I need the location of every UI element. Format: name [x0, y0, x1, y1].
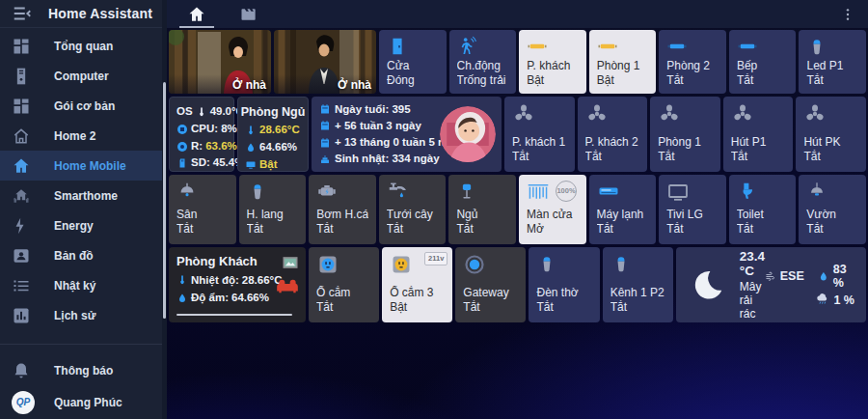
tab-home-view[interactable]	[175, 0, 219, 28]
tile-led-room1[interactable]: Phòng 1 Bật	[589, 30, 657, 94]
weather-temp: 23.4 °C	[740, 249, 765, 278]
tile-motion[interactable]: Ch.động Trống trải	[449, 30, 517, 94]
led-strip-icon	[527, 36, 548, 57]
person-card-1[interactable]: Ở nhà	[169, 30, 271, 94]
living-room-card[interactable]: Phòng Khách Nhiệt độ:28.66°C Độ ẩm:64.66…	[169, 247, 306, 322]
home-icon	[12, 156, 31, 176]
tile-door[interactable]: Cửa Đóng	[379, 30, 447, 94]
home-assistant-app: Home Assistant Tổng quan Computer Gói cơ…	[0, 0, 868, 419]
tab-movie-view[interactable]	[227, 0, 271, 28]
app-title: Home Assistant	[48, 6, 152, 21]
grid-row-3: Sân Tắt H. lang Tắt Bơm H.cá Tắt	[169, 175, 866, 244]
tile-fan-living-2[interactable]: P. khách 2 Tắt	[578, 97, 648, 172]
hue-bulb-icon	[247, 181, 268, 202]
overflow-menu-button[interactable]	[833, 0, 862, 28]
sidebar-item-tong-quan[interactable]: Tổng quan	[0, 31, 162, 61]
movie-tab-icon	[239, 5, 258, 24]
dots-vertical-icon	[840, 7, 855, 22]
sidebar-item-home-mobile[interactable]: Home Mobile	[0, 151, 162, 181]
air-conditioner-icon	[597, 181, 620, 204]
sidebar-item-goi-co-ban[interactable]: Gói cơ bản	[0, 91, 162, 121]
tile-led-kitchen[interactable]: Bếp Tắt	[729, 30, 797, 94]
person-card-2[interactable]: Ở nhà	[274, 30, 376, 94]
bell-icon	[12, 361, 31, 380]
baby-avatar	[440, 106, 496, 162]
sidebar-item-notifications[interactable]: Thông báo	[0, 354, 162, 386]
tile-altar-light[interactable]: Đèn thờ Tắt	[529, 247, 599, 322]
thermometer-icon	[176, 274, 188, 286]
weather-condition: Mây rải rác	[740, 280, 765, 321]
sidebar-item-user-profile[interactable]: QP Quang Phúc	[0, 386, 162, 418]
sidebar-item-computer[interactable]: Computer	[0, 61, 162, 91]
sidebar-item-energy[interactable]: Energy	[0, 210, 162, 240]
calendar-icon	[319, 120, 331, 131]
tile-led-room2[interactable]: Phòng 2 Tắt	[659, 30, 726, 94]
tile-fan-living-1[interactable]: P. khách 1 Tắt	[504, 97, 575, 172]
television-icon	[666, 181, 690, 204]
sidebar-menu: Tổng quan Computer Gói cơ bản Home 2 Hom…	[0, 28, 162, 330]
person-status: Ở nhà	[232, 78, 266, 92]
tile-fan-hut-pk[interactable]: Hút PK Tắt	[796, 97, 866, 172]
baby-age-card[interactable]: Ngày tuổi: 395 + 56 tuần 3 ngày + 13 thá…	[312, 97, 502, 172]
tile-gateway[interactable]: Gateway Tắt	[455, 247, 526, 322]
main-area: Ở nhà Ở nhà	[167, 0, 868, 419]
thermometer-icon	[245, 125, 257, 136]
motion-sensor-icon	[457, 36, 478, 57]
sidebar-item-home-2[interactable]: Home 2	[0, 121, 162, 151]
tile-socket-1[interactable]: Ổ cắm Tắt	[309, 247, 379, 322]
os-sensor-card[interactable]: OS 49.0°C CPU:8% R:63.6% SD:45.4%	[169, 97, 234, 172]
fan-icon	[803, 102, 827, 126]
led-strip-icon	[597, 36, 618, 57]
droplet-icon	[818, 269, 829, 284]
sidebar-header: Home Assistant	[0, 0, 162, 28]
curtain-position-badge: 100%	[556, 181, 577, 202]
menu-open-icon[interactable]	[12, 3, 33, 24]
tile-garden-light[interactable]: Vườn Tắt	[799, 175, 866, 244]
bedroom-sensor-card[interactable]: Phòng Ngủ 28.66°C 64.66% Bật	[237, 97, 309, 172]
pump-icon	[316, 181, 338, 202]
droplet-icon	[176, 293, 188, 304]
sidebar-divider	[0, 344, 162, 345]
format-list-icon	[12, 276, 31, 295]
tile-tv-lg[interactable]: Tivi LG Tắt	[659, 175, 726, 244]
sidebar-item-smarthome[interactable]: Smarthome	[0, 181, 162, 210]
moon-icon	[690, 266, 726, 303]
person-status: Ở nhà	[338, 78, 371, 92]
tile-sleep-lamp[interactable]: Ngủ Tắt	[448, 175, 516, 244]
scrollbar-thumb[interactable]	[163, 82, 166, 319]
voltage-badge: 211v	[424, 252, 448, 265]
tile-channel-1-p2[interactable]: Kênh 1 P2 Tắt	[603, 247, 673, 322]
account-map-icon	[12, 246, 31, 265]
media-player-icon	[245, 159, 257, 171]
tile-yard-light[interactable]: Sân Tắt	[169, 175, 236, 244]
tile-curtain[interactable]: 100% Màn cửa Mở	[519, 175, 586, 244]
sidebar-scrollbar	[162, 0, 167, 419]
tile-hallway-light[interactable]: H. lang Tắt	[239, 175, 307, 244]
sidebar-item-lich-su[interactable]: Lịch sử	[0, 300, 162, 330]
tile-socket-3[interactable]: 211v Ổ cắm 3 Bật	[382, 247, 452, 322]
tile-led-p1[interactable]: Led P1 Tắt	[799, 30, 866, 94]
home-outline-icon	[12, 126, 31, 146]
tile-air-conditioner[interactable]: Máy lạnh Tắt	[589, 175, 657, 244]
room-icons	[275, 253, 300, 298]
wind-direction: ESE	[780, 269, 804, 283]
fan-icon	[731, 102, 754, 126]
fan-icon	[658, 102, 681, 126]
baby-lines: Ngày tuổi: 395 + 56 tuần 3 ngày + 13 thá…	[319, 101, 438, 168]
chart-box-icon	[12, 306, 31, 325]
thermometer-icon	[196, 106, 207, 118]
tile-fish-pump[interactable]: Bơm H.cá Tắt	[309, 175, 376, 244]
grid-row-2: OS 49.0°C CPU:8% R:63.6% SD:45.4% Phòng …	[169, 97, 866, 172]
tile-fan-hut-p1[interactable]: Hút P1 Tắt	[723, 97, 794, 172]
tile-toilet[interactable]: Toilet Tắt	[729, 175, 797, 244]
tile-led-living[interactable]: P. khách Bật	[519, 30, 586, 94]
grid-row-4: Phòng Khách Nhiệt độ:28.66°C Độ ẩm:64.66…	[169, 247, 866, 322]
tile-plant-watering[interactable]: Tưới cây Tắt	[379, 175, 447, 244]
sidebar-item-ban-do[interactable]: Bản đồ	[0, 240, 162, 270]
weather-card[interactable]: 23.4 °C Mây rải rác ESE 83 %	[676, 247, 866, 322]
sidebar-item-nhat-ky[interactable]: Nhật ký	[0, 270, 162, 300]
calendar-icon	[319, 103, 331, 115]
weather-precipitation: 1 %	[833, 293, 854, 307]
fan-icon	[512, 102, 535, 126]
tile-fan-room1[interactable]: Phòng 1 Tắt	[650, 97, 720, 172]
